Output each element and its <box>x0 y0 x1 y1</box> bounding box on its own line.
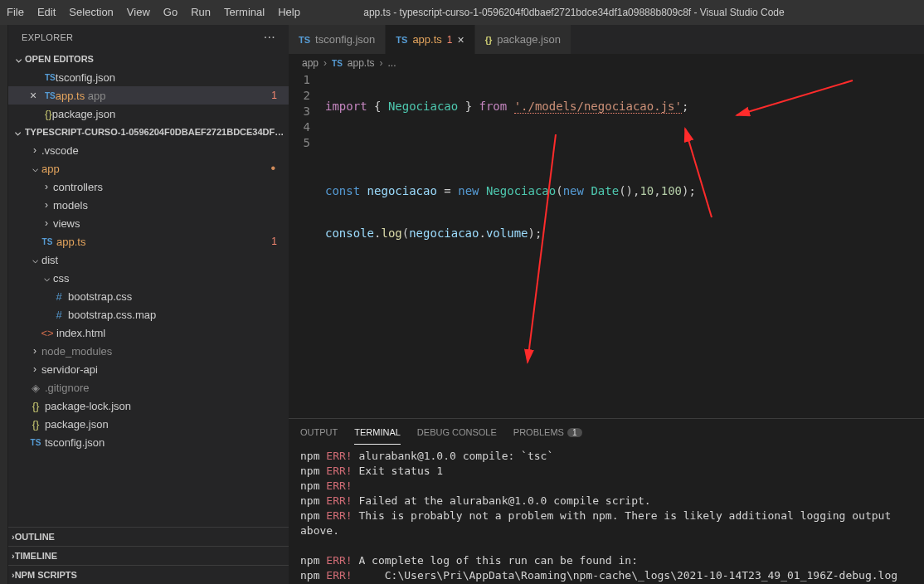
tree-label: .gitignore <box>45 382 89 394</box>
close-placeholder <box>30 107 45 120</box>
crumb[interactable]: ... <box>388 57 396 69</box>
open-editor-row[interactable]: {} package.json <box>8 105 289 123</box>
section-npm-scripts[interactable]: ›NPM SCRIPTS <box>8 566 289 584</box>
tree-label: .vscode <box>41 144 79 157</box>
problem-count: 1 <box>271 90 280 101</box>
ts-icon: TS <box>299 35 310 45</box>
tree-label: app.ts <box>56 236 85 248</box>
terminal-output[interactable]: npm ERR! alurabank@1.0.0 compile: `tsc` … <box>289 445 924 584</box>
close-placeholder <box>30 71 45 84</box>
open-editor-row[interactable]: × TS app.ts app 1 <box>8 86 289 105</box>
menu-run[interactable]: Run <box>184 0 217 25</box>
json-icon: {} <box>28 400 43 412</box>
tree-label: package-lock.json <box>45 400 131 412</box>
crumb[interactable]: app <box>302 57 319 69</box>
chevron-down-icon: ⌵ <box>28 163 41 174</box>
tree-folder[interactable]: ›models <box>8 196 289 214</box>
ts-icon: TS <box>332 59 343 68</box>
close-icon[interactable]: × <box>458 33 464 46</box>
tree-file[interactable]: #bootstrap.css.map <box>8 305 289 324</box>
tab-label: tsconfig.json <box>315 33 375 46</box>
chevron-down-icon: ⌵ <box>12 53 25 65</box>
section-workspace[interactable]: ⌵ TYPESCRIPT-CURSO-1-0596204F0DBAEF2721B… <box>8 123 289 141</box>
tree-folder[interactable]: ›views <box>8 214 289 232</box>
activity-bar <box>0 25 8 584</box>
tree-file[interactable]: TSapp.ts1 <box>8 232 289 251</box>
tree-folder[interactable]: ›node_modules <box>8 342 289 360</box>
chevron-down-icon: ⌵ <box>40 272 53 284</box>
section-open-editors[interactable]: ⌵ OPEN EDITORS <box>8 50 289 68</box>
panel-tab-problems[interactable]: PROBLEMS1 <box>513 421 582 444</box>
ts-icon: TS <box>28 438 43 447</box>
menu-selection[interactable]: Selection <box>62 0 119 25</box>
problem-count: 1 <box>271 236 280 247</box>
open-editor-folder: app <box>88 90 106 102</box>
chevron-down-icon: ⌵ <box>12 126 25 138</box>
open-editors-label: OPEN EDITORS <box>25 54 94 64</box>
panel-tab-output[interactable]: OUTPUT <box>300 421 338 444</box>
tree-folder[interactable]: ›.vscode <box>8 141 289 159</box>
tree-label: models <box>53 199 88 212</box>
json-icon: {} <box>28 418 43 431</box>
chevron-down-icon: ⌵ <box>28 254 41 265</box>
crumb[interactable]: app.ts <box>348 57 375 69</box>
tree-file[interactable]: #bootstrap.css <box>8 287 289 305</box>
panel-tab-debug[interactable]: DEBUG CONSOLE <box>417 421 497 444</box>
open-editor-row[interactable]: TS tsconfig.json <box>8 68 289 86</box>
tree-label: tsconfig.json <box>45 436 105 449</box>
section-outline[interactable]: ›OUTLINE <box>8 528 289 546</box>
tree-label: dist <box>41 254 58 266</box>
menu-go[interactable]: Go <box>157 0 184 25</box>
menu-help[interactable]: Help <box>271 0 307 25</box>
menu-edit[interactable]: Edit <box>31 0 62 25</box>
chevron-right-icon: › <box>40 217 53 229</box>
modified-dot-icon: • <box>270 161 280 176</box>
problems-badge: 1 <box>567 428 582 437</box>
section-timeline[interactable]: ›TIMELINE <box>8 547 289 565</box>
tab-app-ts[interactable]: TS app.ts 1 × <box>386 25 474 54</box>
tab-package-json[interactable]: {} package.json <box>475 25 571 54</box>
tree-file[interactable]: {}package-lock.json <box>8 397 289 415</box>
tree-label: index.html <box>56 327 105 339</box>
tab-label: app.ts <box>412 33 441 46</box>
workspace-name: TYPESCRIPT-CURSO-1-0596204F0DBAEF2721BDC… <box>25 127 285 137</box>
menu-view[interactable]: View <box>120 0 157 25</box>
chevron-right-icon: › <box>40 199 53 211</box>
ts-icon: TS <box>396 35 407 45</box>
tree-file[interactable]: ◈.gitignore <box>8 378 289 397</box>
explorer-label: EXPLORER <box>22 32 73 42</box>
open-editor-name: package.json <box>52 108 116 120</box>
tree-label: views <box>53 217 80 230</box>
code-content[interactable]: import { Negociacao } from './models/neg… <box>325 72 916 310</box>
breadcrumb[interactable]: app TS app.ts ... <box>289 54 924 72</box>
tab-tsconfig[interactable]: TS tsconfig.json <box>289 25 385 54</box>
tree-file[interactable]: {}package.json <box>8 415 289 433</box>
tree-label: package.json <box>45 418 109 431</box>
close-icon[interactable]: × <box>30 89 45 102</box>
menu-file[interactable]: File <box>0 0 31 25</box>
css-icon: # <box>51 309 66 321</box>
tree-folder[interactable]: ⌵dist <box>8 251 289 269</box>
explorer-more-icon[interactable]: ··· <box>264 30 275 45</box>
tree-file[interactable]: TStsconfig.json <box>8 433 289 451</box>
tab-label: package.json <box>497 33 561 46</box>
chevron-right-icon: › <box>40 181 53 192</box>
tree-folder[interactable]: ⌵css <box>8 269 289 287</box>
tree-folder[interactable]: ›controllers <box>8 178 289 196</box>
menu-terminal[interactable]: Terminal <box>217 0 271 25</box>
ts-icon: TS <box>45 91 56 100</box>
code-editor[interactable]: 12345 import { Negociacao } from './mode… <box>289 72 924 418</box>
tree-file[interactable]: <>index.html <box>8 324 289 342</box>
tree-label: bootstrap.css <box>68 290 132 303</box>
open-editor-name: tsconfig.json <box>56 71 115 84</box>
line-gutter: 12345 <box>289 72 319 151</box>
tree-label: bootstrap.css.map <box>68 309 156 321</box>
tree-folder[interactable]: ›servidor-api <box>8 360 289 378</box>
chevron-right-icon: › <box>28 363 41 375</box>
tree-label: controllers <box>53 181 103 193</box>
css-icon: # <box>51 290 66 303</box>
tree-folder[interactable]: ⌵app• <box>8 159 289 178</box>
tree-label: app <box>41 163 60 175</box>
panel-tab-terminal[interactable]: TERMINAL <box>354 421 401 445</box>
chevron-right-icon: › <box>28 144 41 156</box>
